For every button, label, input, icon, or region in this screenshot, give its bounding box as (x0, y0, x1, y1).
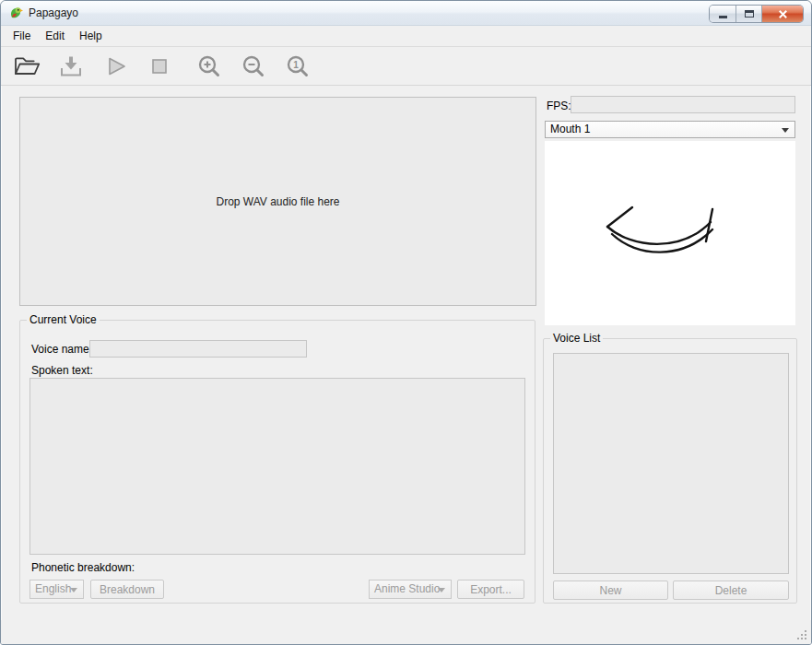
svg-text:1: 1 (293, 59, 299, 69)
new-button-label: New (599, 584, 621, 597)
spoken-text-label: Spoken text: (31, 364, 93, 377)
import-audio-button[interactable] (56, 52, 86, 81)
audio-drop-area[interactable]: Drop WAV audio file here (19, 97, 536, 306)
menu-help[interactable]: Help (72, 27, 110, 45)
zoom-out-button[interactable] (239, 52, 268, 81)
export-button[interactable]: Export... (457, 580, 524, 599)
maximize-icon (745, 10, 754, 18)
new-voice-button[interactable]: New (553, 580, 668, 600)
voice-name-label: Voice name: (31, 343, 92, 356)
mouth-preview-canvas (545, 141, 795, 325)
stop-button[interactable] (145, 52, 174, 81)
chevron-down-icon (70, 588, 77, 592)
export-target-value: Anime Studio (374, 582, 440, 595)
menu-edit[interactable]: Edit (38, 27, 72, 45)
language-select[interactable]: English (29, 580, 84, 599)
stop-icon (147, 54, 171, 78)
language-select-value: English (35, 582, 71, 595)
chevron-down-icon (782, 128, 789, 133)
mouth-select-value: Mouth 1 (550, 123, 590, 135)
chevron-down-icon (438, 588, 445, 592)
titlebar[interactable]: Papagayo (1, 1, 811, 26)
export-target-select[interactable]: Anime Studio (369, 580, 452, 599)
zoom-out-icon (241, 53, 266, 79)
zoom-original-icon: 1 (285, 53, 311, 79)
app-icon (8, 6, 23, 20)
open-button[interactable] (12, 52, 41, 81)
fps-input[interactable] (571, 96, 795, 113)
close-button[interactable] (762, 6, 803, 22)
zoom-in-icon (196, 53, 222, 79)
maximize-button[interactable] (736, 6, 762, 22)
voice-name-input[interactable] (89, 340, 307, 358)
voice-list-box[interactable] (553, 353, 789, 574)
voice-list-group: Voice List New Delete (543, 338, 797, 604)
window-controls (710, 6, 803, 22)
voice-list-title: Voice List (550, 332, 603, 345)
play-button[interactable] (100, 52, 130, 81)
open-folder-icon (13, 54, 41, 78)
toolbar: 1 (1, 47, 811, 86)
breakdown-button-label: Breakdown (100, 583, 155, 596)
zoom-in-button[interactable] (194, 52, 224, 81)
mouth-select[interactable]: Mouth 1 (545, 121, 795, 138)
close-icon (778, 9, 788, 19)
resize-grip[interactable] (796, 629, 808, 641)
menubar: File Edit Help (1, 26, 811, 47)
mouth-drawing (545, 141, 795, 325)
minimize-icon (719, 16, 727, 18)
app-window: Papagayo File Edit Help (0, 0, 812, 645)
fps-label: FPS: (547, 100, 571, 112)
zoom-original-button[interactable]: 1 (283, 52, 312, 81)
current-voice-title: Current Voice (27, 313, 100, 326)
breakdown-button[interactable]: Breakdown (90, 580, 164, 599)
phonetic-breakdown-label: Phonetic breakdown: (31, 561, 135, 574)
delete-button-label: Delete (715, 584, 747, 597)
menu-file[interactable]: File (6, 27, 38, 45)
export-button-label: Export... (470, 583, 512, 596)
minimize-button[interactable] (710, 6, 736, 22)
drop-area-text: Drop WAV audio file here (216, 195, 339, 208)
window-title: Papagayo (29, 6, 78, 19)
spoken-text-input[interactable] (29, 378, 525, 555)
statusbar (1, 620, 811, 644)
import-audio-icon (59, 54, 83, 78)
current-voice-group: Current Voice Voice name: Spoken text: P… (19, 320, 535, 604)
delete-voice-button[interactable]: Delete (673, 580, 789, 600)
play-icon (103, 54, 127, 78)
